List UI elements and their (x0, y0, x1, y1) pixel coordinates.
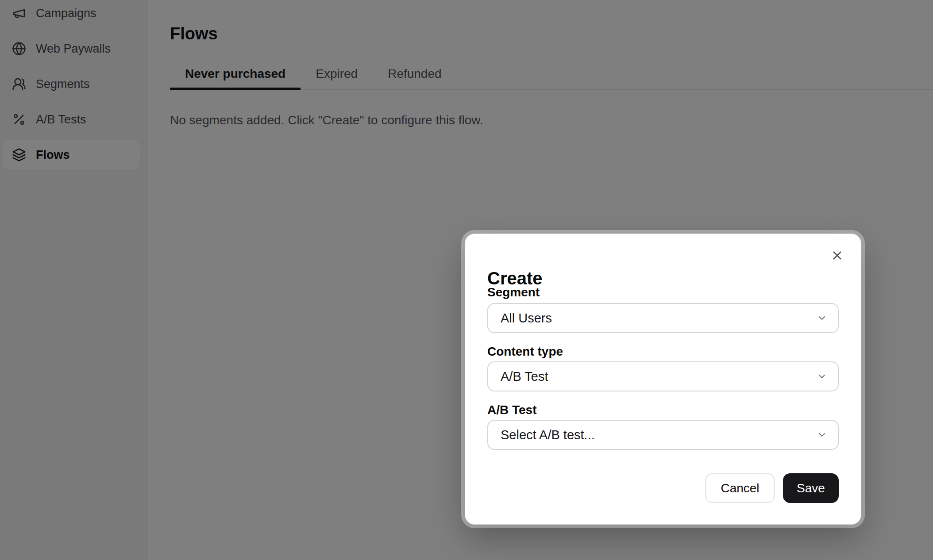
ab-test-select[interactable]: Select A/B test... (487, 420, 839, 450)
save-button[interactable]: Save (783, 473, 839, 503)
content-type-select[interactable]: A/B Test (487, 361, 839, 391)
app-screen: Campaigns Web Paywalls Segments A/B Test… (0, 0, 933, 560)
dialog-actions: Cancel Save (705, 473, 839, 503)
close-button[interactable] (826, 245, 848, 266)
chevron-down-icon (817, 371, 827, 382)
segment-select-value: All Users (501, 311, 552, 326)
create-dialog: Create Segment All Users Content type A/… (465, 234, 861, 525)
content-type-select-value: A/B Test (501, 369, 548, 384)
ab-test-field-label: A/B Test (487, 403, 537, 417)
ab-test-select-value: Select A/B test... (501, 428, 595, 442)
cancel-button[interactable]: Cancel (705, 473, 775, 503)
close-icon (831, 249, 843, 261)
chevron-down-icon (817, 430, 827, 440)
segment-field-label: Segment (487, 285, 540, 299)
chevron-down-icon (817, 313, 827, 323)
segment-select[interactable]: All Users (487, 303, 839, 333)
content-type-field-label: Content type (487, 345, 563, 359)
